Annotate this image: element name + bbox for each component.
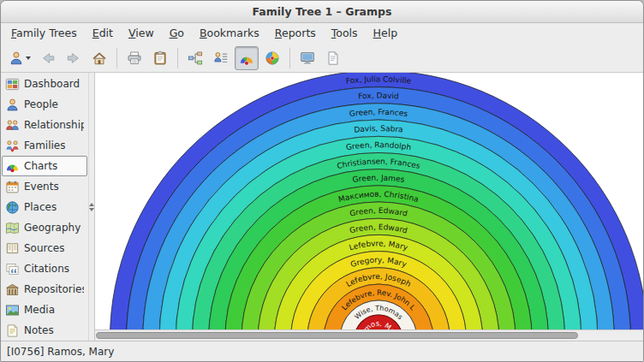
menu-reports[interactable]: Reports [267,23,324,43]
sidebar-item-events[interactable]: Events [2,176,87,197]
menu-edit[interactable]: Edit [85,23,121,43]
pane-handle[interactable] [88,73,95,341]
events-icon [5,180,20,194]
toolbar-separator [177,48,178,68]
horizontal-scrollbar[interactable] [95,329,643,341]
main-area: DashboardPeopleRelationshipsFamiliesChar… [1,73,643,341]
person-chart-icon [213,50,229,66]
fan-chart-view: Fox, Julia ColvilleFox, DavidGreen, Fran… [95,73,643,341]
toolbar-separator [116,48,117,68]
back-button[interactable] [36,46,60,70]
dropdown-caret-icon [26,56,31,60]
sidebar-item-label: Repositories [24,283,84,295]
print-button[interactable] [122,46,146,70]
sidebar-item-label: Families [24,139,65,151]
fan-ring-label[interactable]: Fox, David [358,92,399,101]
sidebar-item-repositories[interactable]: Repositories [2,279,87,300]
back-icon [40,50,56,66]
toolbar [1,44,643,73]
view-config-button[interactable] [321,46,345,70]
export-view-button[interactable] [295,46,319,70]
person-icon [9,50,24,66]
home-button[interactable] [87,46,111,70]
geography-icon [5,221,20,235]
sidebar-item-media[interactable]: Media [2,300,87,320]
clipboard-button[interactable] [148,46,172,70]
fan-chart-view-button[interactable] [235,46,259,70]
charts-icon [5,159,20,174]
toolbar-separator [289,48,290,68]
sidebar-item-label: Citations [24,263,69,275]
category-sidebar: DashboardPeopleRelationshipsFamiliesChar… [1,73,88,341]
sidebar-item-dashboard[interactable]: Dashboard [2,74,87,94]
menu-go[interactable]: Go [162,23,192,43]
menu-tools[interactable]: Tools [324,23,366,43]
relationship-view-button[interactable] [209,46,233,70]
sidebar-item-relationships[interactable]: Relationships [2,115,87,135]
export-icon [300,50,315,66]
sidebar-item-families[interactable]: Families [2,135,87,156]
sidebar-item-label: Charts [24,160,57,172]
pedigree-view-button[interactable] [183,46,207,70]
relationships-icon [5,118,20,133]
dashboard-icon [5,77,20,92]
printer-icon [127,50,142,66]
pane-arrow-down-icon [89,208,94,211]
sidebar-item-notes[interactable]: Notes [2,320,87,341]
fanchart-icon [239,50,254,66]
sidebar-item-label: Notes [24,324,54,336]
sidebar-item-charts[interactable]: Charts [2,156,87,176]
sidebar-item-places[interactable]: Places [2,197,87,217]
sources-icon [5,241,20,256]
titlebar[interactable]: Family Tree 1 – Gramps [1,1,643,23]
document-icon [325,50,341,66]
sidebar-item-citations[interactable]: Citations [2,258,87,279]
scrollbar-thumb[interactable] [96,332,578,339]
forward-button[interactable] [62,46,86,70]
sidebar-item-label: Geography [24,222,80,234]
menu-help[interactable]: Help [366,23,406,43]
fan-chart[interactable]: Fox, Julia ColvilleFox, DavidGreen, Fran… [95,73,643,329]
sidebar-item-label: Places [24,201,57,213]
active-person-button[interactable] [5,46,34,70]
forward-icon [66,50,81,66]
menu-bookmarks[interactable]: Bookmarks [192,23,267,43]
notes-icon [5,323,20,338]
citations-icon [5,262,20,276]
families-icon [5,139,20,153]
sidebar-item-sources[interactable]: Sources [2,238,87,258]
menu-family-trees[interactable]: Family Trees [3,23,85,43]
descendant-fan-view-button[interactable] [260,46,284,70]
home-icon [92,50,107,66]
menu-view[interactable]: View [121,23,162,43]
sidebar-item-label: People [24,98,58,110]
sidebar-item-label: Relationships [24,119,84,131]
fullfan-icon [265,50,280,66]
repositories-icon [5,282,20,297]
sidebar-item-label: Sources [24,242,64,254]
sidebar-item-label: Dashboard [24,78,80,90]
status-text: [I0756] Ramos, Mary [7,346,114,358]
media-icon [5,303,20,317]
fan-ring-label[interactable]: Davis, Sabra [354,124,403,134]
pedigree-icon [188,50,203,66]
person-icon [5,98,20,112]
places-icon [5,200,20,215]
gramps-window: Family Tree 1 – Gramps Family TreesEditV… [0,0,644,362]
pane-arrow-up-icon [89,203,94,206]
menubar: Family TreesEditViewGoBookmarksReportsTo… [1,23,643,44]
sidebar-item-geography[interactable]: Geography [2,217,87,238]
sidebar-item-label: Events [24,181,59,193]
sidebar-item-people[interactable]: People [2,94,87,115]
window-title: Family Tree 1 – Gramps [253,5,392,18]
statusbar: [I0756] Ramos, Mary [1,341,643,361]
clipboard-icon [152,50,168,66]
sidebar-item-label: Media [24,304,55,316]
